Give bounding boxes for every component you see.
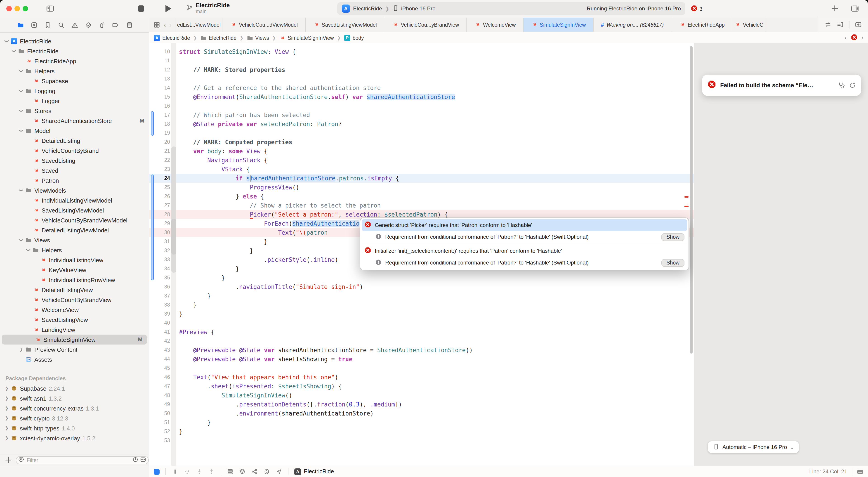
disclosure-chevron-icon[interactable]: ❯ xyxy=(11,49,17,53)
source-control-status-icon[interactable] xyxy=(140,456,146,464)
minimize-window-button[interactable] xyxy=(14,6,20,11)
file-tree-item-helpers[interactable]: ❯Helpers xyxy=(0,66,149,76)
back-icon[interactable]: ‹ xyxy=(164,21,166,28)
disclosure-chevron-icon[interactable]: ❯ xyxy=(25,248,32,252)
editor-tab-electricrideapp[interactable]: ElectricRideApp xyxy=(671,18,733,32)
breakpoints-icon[interactable] xyxy=(112,21,120,29)
file-tree-item-electricride[interactable]: ❯AElectricRide xyxy=(0,36,149,46)
disclosure-chevron-icon[interactable]: ❯ xyxy=(4,396,10,400)
previous-issue-icon[interactable]: ‹ xyxy=(845,34,847,41)
code-line-16[interactable]: 16 xyxy=(149,101,694,110)
toggle-inspector-icon[interactable] xyxy=(851,4,859,13)
code-line-53[interactable]: 53 xyxy=(149,436,694,445)
code-line-44[interactable]: 44 @Previewable @State var sheetIsShowin… xyxy=(149,355,694,363)
build-failed-notification[interactable]: Failed to build the scheme “Ele… xyxy=(702,74,861,96)
editor-tab-welcomeview[interactable]: WelcomeView xyxy=(467,18,524,32)
editor-tab-vehiclecou-ybrandview[interactable]: VehicleCou...yBrandView xyxy=(384,18,467,32)
issues-icon[interactable] xyxy=(71,21,79,29)
share-network-icon[interactable] xyxy=(251,469,258,475)
file-tree-item-simulatesigninview[interactable]: SimulateSignInViewM xyxy=(2,335,147,345)
file-tree-item-individuallistingrowview[interactable]: IndividualListingRowView xyxy=(0,275,149,285)
file-tree-item-preview-content[interactable]: ❯Preview Content xyxy=(0,345,149,355)
editor-tab-edlist-viewmodel[interactable]: edList...ViewModel xyxy=(176,18,223,32)
disclosure-chevron-icon[interactable]: ❯ xyxy=(18,347,24,352)
code-line-47[interactable]: 47 .sheet(isPresented: $sheetIsShowing) … xyxy=(149,382,694,391)
code-line-15[interactable]: 15 @Environment(SharedAuthenticationStor… xyxy=(149,92,694,101)
breadcrumb-item-electricride[interactable]: ElectricRide xyxy=(200,35,237,41)
disclosure-chevron-icon[interactable]: ❯ xyxy=(4,436,10,440)
package-item-swift-http-types[interactable]: ❯ swift-http-types 1.4.0 xyxy=(0,423,149,433)
file-tree-item-detailedlistingview[interactable]: DetailedListingView xyxy=(0,285,149,295)
code-line-48[interactable]: 48 SimulateSignInView() xyxy=(149,391,694,400)
breadcrumb-item-body[interactable]: Pbody xyxy=(344,35,364,41)
show-button[interactable]: Show xyxy=(661,233,684,241)
breakpoints-toggle[interactable] xyxy=(154,469,160,475)
diagnostics-icon[interactable] xyxy=(838,82,845,89)
issue-note-row[interactable]: Requirement from conditional conformance… xyxy=(362,231,687,243)
code-line-37[interactable]: 37 } xyxy=(149,291,694,300)
view-debugger-icon[interactable] xyxy=(227,469,233,475)
code-line-23[interactable]: 23 VStack { xyxy=(149,165,694,174)
scrollbar[interactable] xyxy=(690,46,692,354)
disclosure-chevron-icon[interactable]: ❯ xyxy=(4,426,10,430)
code-line-18[interactable]: 18 @State private var selectedPatron: Pa… xyxy=(149,119,694,128)
debug-gauge-icon[interactable] xyxy=(98,21,106,29)
file-tree-item-patron[interactable]: Patron xyxy=(0,175,149,185)
file-tree-item-vehiclecountbybrand[interactable]: VehicleCountByBrand xyxy=(0,146,149,155)
find-icon[interactable] xyxy=(57,21,65,29)
issue-error-row[interactable]: Initializer 'init(_:selection:content:)'… xyxy=(362,245,687,257)
file-tree-item-logger[interactable]: Logger xyxy=(0,96,149,106)
toggle-navigator-icon[interactable] xyxy=(46,4,54,13)
package-item-xctest-dynamic-overlay[interactable]: ❯ xctest-dynamic-overlay 1.5.2 xyxy=(0,433,149,443)
file-tree-item-viewmodels[interactable]: ❯ViewModels xyxy=(0,185,149,195)
filter-input[interactable]: Filter xyxy=(16,456,149,464)
activity-scheme-pill[interactable]: A ElectricRide ❯ iPhone 16 Pro Running E… xyxy=(337,2,685,15)
step-into-icon[interactable] xyxy=(196,469,203,475)
code-line-43[interactable]: 43 @Previewable @State var sharedAuthent… xyxy=(149,346,694,355)
code-line-39[interactable]: 39} xyxy=(149,309,694,318)
editor-tab-vehiclec[interactable]: VehicleC xyxy=(733,18,765,32)
code-line-40[interactable]: 40 xyxy=(149,318,694,327)
disclosure-chevron-icon[interactable]: ❯ xyxy=(18,109,24,113)
code-line-45[interactable]: 45 xyxy=(149,363,694,372)
file-tree-item-savedlistingview[interactable]: SavedListingView xyxy=(0,315,149,325)
breadcrumb-item-electricride[interactable]: AElectricRide xyxy=(154,35,190,41)
code-line-12[interactable]: 12 // MARK: Stored properties xyxy=(149,65,694,74)
project-navigator-icon[interactable] xyxy=(16,21,24,29)
related-items-icon[interactable] xyxy=(154,22,160,28)
breadcrumb-item-views[interactable]: Views xyxy=(247,35,269,41)
source-code-editor[interactable]: 10struct SimulateSignInView: View {1112 … xyxy=(149,43,694,466)
disclosure-chevron-icon[interactable]: ❯ xyxy=(4,406,10,411)
disclosure-chevron-icon[interactable]: ❯ xyxy=(18,188,24,192)
code-line-24[interactable]: 24 if sharedAuthenticationStore.patrons.… xyxy=(149,174,694,183)
code-line-49[interactable]: 49 .presentationDetents([.fraction(0.3),… xyxy=(149,400,694,409)
package-item-swift-crypto[interactable]: ❯ swift-crypto 3.12.3 xyxy=(0,413,149,423)
disclosure-chevron-icon[interactable]: ❯ xyxy=(18,69,24,73)
scheme-name[interactable]: ElectricRide xyxy=(353,5,382,12)
runtime-issues-icon[interactable] xyxy=(264,469,270,475)
issue-note-row[interactable]: Requirement from conditional conformance… xyxy=(362,257,687,269)
file-tree-item-supabase[interactable]: Supabase xyxy=(0,76,149,86)
file-tree-item-sharedauthenticationstore[interactable]: SharedAuthenticationStoreM xyxy=(0,116,149,126)
disclosure-chevron-icon[interactable]: ❯ xyxy=(18,238,24,242)
forward-icon[interactable]: › xyxy=(169,21,171,28)
editor-tab-simulatesigninview[interactable]: SimulateSignInView xyxy=(524,18,594,32)
file-tree-item-individuallistingview[interactable]: IndividualListingView xyxy=(0,255,149,265)
file-tree-item-stores[interactable]: ❯Stores xyxy=(0,106,149,116)
code-line-42[interactable]: 42 xyxy=(149,336,694,346)
code-line-50[interactable]: 50 .environment(sharedAuthenticationStor… xyxy=(149,409,694,418)
editor-tab-vehiclecou-dviewmodel[interactable]: VehicleCou...dViewModel xyxy=(223,18,305,32)
add-file-icon[interactable] xyxy=(4,456,12,464)
disclosure-chevron-icon[interactable]: ❯ xyxy=(4,39,10,43)
tests-icon[interactable] xyxy=(84,21,92,29)
minimap-icon[interactable] xyxy=(837,21,844,28)
code-line-51[interactable]: 51 } xyxy=(149,418,694,427)
code-line-41[interactable]: 41#Preview { xyxy=(149,327,694,336)
file-tree-item-keyvalueview[interactable]: KeyValueView xyxy=(0,265,149,275)
file-tree-item-vehiclecountbybrandview[interactable]: VehicleCountByBrandView xyxy=(0,295,149,305)
file-tree-item-model[interactable]: ❯Model xyxy=(0,126,149,136)
step-over-icon[interactable] xyxy=(184,469,190,475)
code-line-22[interactable]: 22 NavigationStack { xyxy=(149,155,694,165)
file-tree-item-landingview[interactable]: LandingView xyxy=(0,325,149,335)
code-line-13[interactable]: 13 xyxy=(149,74,694,83)
